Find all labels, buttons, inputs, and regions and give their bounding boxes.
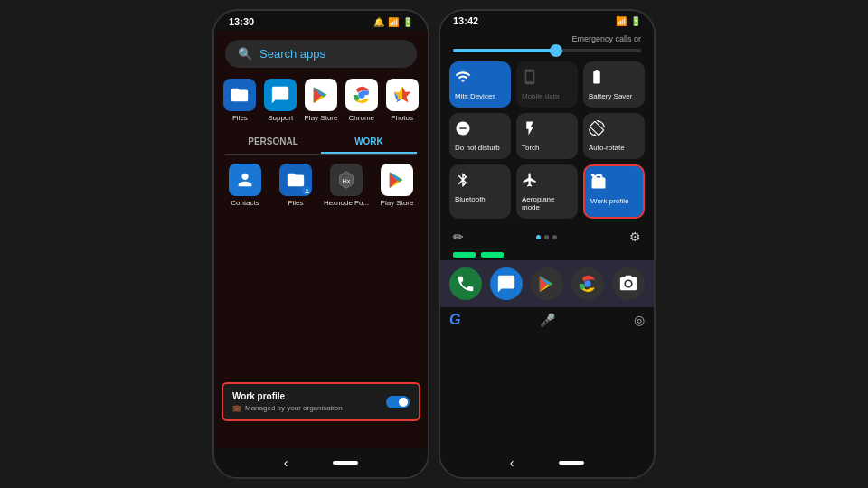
work-profile-subtitle: 💼 Managed by your organisation: [232, 404, 343, 412]
back-button[interactable]: ‹: [284, 455, 288, 470]
app-files-label: Files: [232, 114, 248, 122]
settings-icon[interactable]: ⚙: [629, 230, 641, 244]
edit-bar: ✏ ⚙: [440, 224, 654, 249]
tab-personal[interactable]: PERSONAL: [225, 131, 321, 154]
work-app-files[interactable]: Files: [272, 164, 319, 207]
qs-mits-label: Mits Devices: [455, 92, 495, 100]
dock-camera[interactable]: [612, 267, 645, 300]
left-time: 13:30: [229, 16, 254, 27]
wifi-icon: 📶: [388, 17, 399, 27]
support-icon: [264, 79, 297, 111]
brightness-bar[interactable]: [453, 49, 641, 52]
search-icon: 🔍: [238, 47, 252, 61]
brightness-knob[interactable]: [550, 44, 562, 57]
work-profile-sub-text: Managed by your organisation: [245, 404, 343, 412]
torch-icon: [522, 120, 538, 140]
work-files-label: Files: [288, 199, 304, 207]
mic-icon[interactable]: 🎤: [540, 313, 555, 327]
work-contacts-label: Contacts: [231, 199, 259, 207]
work-app-hexnode[interactable]: Hx Hexnode Fo...: [323, 164, 370, 207]
qs-battery-label: Battery Saver: [589, 92, 632, 100]
work-apps-grid: Contacts Files Hx Hexnode Fo...: [214, 158, 428, 212]
app-support[interactable]: Support: [262, 79, 299, 122]
dot-1: [544, 235, 549, 239]
qs-tile-aeroplane[interactable]: Aeroplane mode: [516, 164, 578, 219]
qs-tile-battery[interactable]: Battery Saver: [583, 61, 645, 108]
app-chrome-label: Chrome: [349, 114, 374, 122]
qs-tile-autorotate[interactable]: Auto-rotate: [583, 113, 645, 159]
right-nav-bar: ‹: [440, 448, 654, 477]
qs-dnd-label: Do not disturb: [455, 144, 500, 152]
tab-work[interactable]: WORK: [321, 131, 417, 154]
edit-icon[interactable]: ✏: [453, 230, 464, 244]
work-profile-qs-icon: [590, 174, 607, 193]
dock-chrome[interactable]: [571, 267, 604, 300]
search-bar[interactable]: 🔍 Search apps: [225, 40, 417, 68]
qs-mobile-data-label: Mobile data: [522, 92, 559, 100]
work-playstore-label: Play Store: [381, 199, 414, 207]
svg-point-3: [584, 280, 590, 286]
media-indicator: [440, 249, 654, 260]
app-photos[interactable]: Photos: [383, 79, 420, 122]
bluetooth-icon: [455, 172, 471, 192]
lens-icon[interactable]: ◎: [634, 313, 645, 327]
battery-icon: 🔋: [402, 17, 413, 27]
svg-text:Hx: Hx: [343, 177, 351, 185]
work-playstore-icon: [381, 164, 413, 196]
qs-tile-torch[interactable]: Torch: [516, 113, 578, 159]
app-support-label: Support: [268, 114, 293, 122]
work-app-contacts[interactable]: Contacts: [222, 164, 269, 207]
right-status-bar: 13:42 📶 🔋: [440, 11, 654, 31]
right-home-button[interactable]: [559, 461, 584, 465]
dock-play[interactable]: [531, 267, 563, 300]
qs-aeroplane-label: Aeroplane mode: [522, 195, 572, 211]
search-bar-text: Search apps: [259, 47, 326, 61]
qs-bluetooth-label: Bluetooth: [455, 195, 486, 203]
mobile-data-icon: [522, 69, 538, 89]
app-chrome[interactable]: Chrome: [343, 79, 380, 122]
battery-saver-icon: [589, 69, 605, 89]
media-bar-2: [481, 252, 504, 258]
right-back-button[interactable]: ‹: [510, 455, 514, 470]
aeroplane-icon: [522, 172, 538, 192]
left-status-icons: 🔔 📶 🔋: [373, 17, 413, 27]
briefcase-icon: 💼: [232, 404, 241, 412]
dot-active: [536, 235, 541, 239]
right-time: 13:42: [453, 15, 478, 26]
app-files[interactable]: Files: [222, 79, 259, 122]
left-nav-bar: ‹: [214, 448, 428, 477]
emergency-text: Emergency calls or: [440, 31, 654, 43]
tab-bar: PERSONAL WORK: [225, 131, 417, 155]
qs-tile-dnd[interactable]: Do not disturb: [449, 113, 511, 159]
work-app-playstore[interactable]: Play Store: [373, 164, 420, 207]
qs-tile-mobile-data[interactable]: Mobile data: [516, 61, 578, 108]
qs-tile-bluetooth[interactable]: Bluetooth: [449, 164, 511, 219]
google-g-logo[interactable]: G: [449, 312, 460, 328]
hexnode-icon: Hx: [330, 164, 363, 196]
brightness-fill: [453, 49, 556, 52]
notification-icon: 🔔: [373, 17, 384, 27]
work-files-icon: [279, 164, 312, 196]
app-photos-label: Photos: [391, 114, 413, 122]
qs-torch-label: Torch: [522, 144, 540, 152]
left-content: 🔍 Search apps Files Support Pla: [214, 31, 428, 448]
search-row: G 🎤 ◎: [440, 307, 654, 333]
contacts-icon: [229, 164, 261, 196]
dnd-icon: [455, 120, 471, 140]
dock-messages[interactable]: [490, 267, 523, 300]
dock-phone[interactable]: [449, 267, 482, 300]
files-icon: [223, 79, 256, 111]
qs-work-profile-label: Work profile: [590, 197, 629, 205]
left-status-bar: 13:30 🔔 📶 🔋: [214, 11, 428, 31]
app-playstore-label: Play Store: [305, 114, 338, 122]
work-profile-bar[interactable]: Work profile 💼 Managed by your organisat…: [222, 382, 420, 421]
qs-tile-work-profile[interactable]: Work profile: [583, 164, 645, 219]
right-phone: 13:42 📶 🔋 Emergency calls or Mits Device…: [439, 9, 656, 479]
work-profile-toggle[interactable]: [386, 396, 410, 408]
work-hexnode-label: Hexnode Fo...: [324, 199, 369, 207]
app-playstore[interactable]: Play Store: [303, 79, 340, 122]
personal-apps-grid: Files Support Play Store Chrome: [214, 75, 428, 126]
home-button[interactable]: [333, 461, 358, 465]
qs-tile-mits[interactable]: Mits Devices: [449, 61, 511, 108]
mits-icon: [455, 69, 471, 89]
